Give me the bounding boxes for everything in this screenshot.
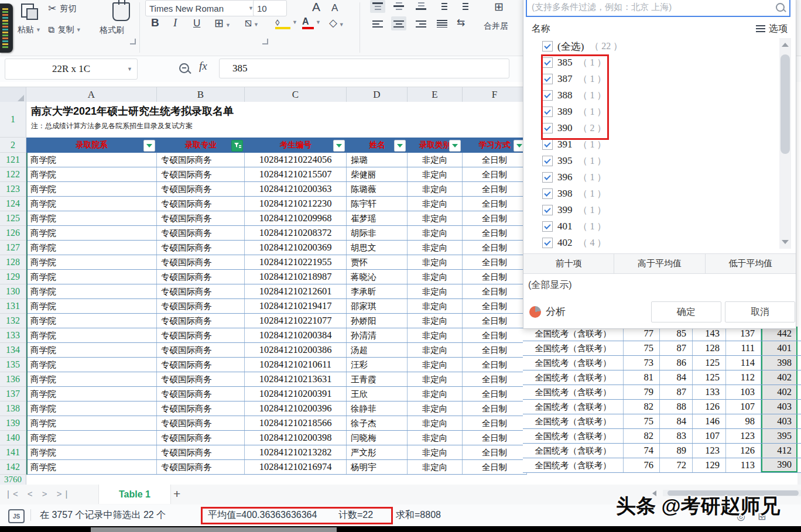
cell-score-4[interactable]: 111 [726, 341, 761, 355]
cell-mode[interactable]: 全日制 [463, 270, 527, 284]
cell-dept[interactable]: 商学院 [26, 343, 157, 357]
row-header-141[interactable]: 141 [0, 445, 26, 460]
row-header-1[interactable]: 1 [0, 102, 26, 138]
row-header-130[interactable]: 130 [0, 284, 26, 299]
cell-id[interactable]: 102841210200391 [245, 387, 347, 401]
cell-dept[interactable]: 商学院 [26, 372, 157, 386]
cell-id[interactable]: 102841210200386 [245, 343, 347, 357]
analyze-button[interactable]: 分析 [529, 305, 566, 318]
cell-mode[interactable]: 全日制 [463, 445, 527, 459]
eraser-button[interactable]: ◇▼ [329, 16, 344, 29]
name-box[interactable]: 22R x 1C▼ [5, 59, 138, 80]
align-top-button[interactable] [372, 2, 383, 10]
row-header-125[interactable]: 125 [0, 211, 26, 226]
increase-font-icon[interactable]: A [312, 0, 320, 14]
cell-score-4[interactable]: 114 [726, 356, 761, 370]
cell-score-1[interactable]: 81 [624, 370, 660, 385]
column-header-B[interactable]: B [157, 87, 245, 102]
cell-dept[interactable]: 商学院 [26, 358, 157, 372]
merge-center-button[interactable]: 合并居 [484, 21, 522, 32]
column-header-E[interactable]: E [408, 87, 463, 102]
cell-dept[interactable]: 商学院 [26, 255, 157, 269]
cell-id[interactable]: 102841210200369 [245, 241, 347, 255]
cell-score-1[interactable]: 79 [624, 385, 660, 399]
cell-mode[interactable]: 全日制 [463, 182, 527, 196]
cell-type[interactable]: 非定向 [408, 460, 463, 474]
cell-mode[interactable]: 全日制 [463, 197, 527, 211]
show-all-link[interactable]: (全部显示) [528, 279, 572, 291]
filter-dropdown-icon[interactable] [449, 140, 461, 152]
cell-dept[interactable]: 商学院 [26, 460, 157, 474]
cell-score-4[interactable]: 126 [726, 444, 761, 458]
cell-dept[interactable]: 商学院 [26, 299, 157, 313]
cell-mode[interactable]: 全日制 [463, 211, 527, 225]
cell-major[interactable]: 专硕国际商务 [157, 255, 245, 269]
cell-dept[interactable]: 商学院 [26, 431, 157, 445]
cell-score-1[interactable]: 82 [624, 429, 660, 443]
scroll-up-icon[interactable] [782, 43, 789, 47]
justify-button[interactable] [437, 20, 447, 28]
cell-id[interactable]: 102841210200363 [245, 182, 347, 196]
column-header-C[interactable]: C [245, 87, 347, 102]
row-header-131[interactable]: 131 [0, 299, 26, 314]
decrease-font-icon[interactable]: A [331, 2, 338, 14]
cell-mode[interactable]: 全日制 [463, 343, 527, 357]
bold-button[interactable]: B [151, 16, 159, 29]
row-header-139[interactable]: 139 [0, 416, 26, 431]
cell-name[interactable]: 杨明宇 [347, 460, 408, 474]
cell-major[interactable]: 专硕国际商务 [157, 460, 245, 474]
cell-mode[interactable]: 全日制 [463, 358, 527, 372]
cell-dept[interactable]: 商学院 [26, 182, 157, 196]
checkbox-checked-icon[interactable] [542, 205, 553, 215]
copy-button[interactable]: ⧉ 复制▼ [48, 25, 81, 35]
fill-color-button[interactable]: ⬨ ▼ [275, 16, 290, 29]
cell-id[interactable]: 102841210212230 [245, 197, 347, 211]
filter-list-scrollbar[interactable] [779, 38, 791, 249]
filter-item-select-all[interactable]: (全选)（ 22 ） [527, 38, 779, 54]
checkbox-checked-icon[interactable] [542, 188, 553, 199]
cell-mode[interactable]: 全日制 [463, 431, 527, 445]
cell-type[interactable]: 非定向 [408, 328, 463, 342]
cell-score-4[interactable]: 112 [726, 370, 761, 385]
cell-score-1[interactable]: 82 [624, 400, 660, 414]
cell-id[interactable]: 102841210200396 [245, 401, 347, 416]
cell-name[interactable]: 贾怀 [347, 255, 408, 269]
cell-dept[interactable]: 商学院 [26, 167, 157, 181]
cell-exam-type[interactable]: 全国统考（含联考） [523, 341, 624, 355]
cell-id[interactable]: 102841210212601 [245, 284, 347, 298]
row-header-136[interactable]: 136 [0, 372, 26, 387]
cell-major[interactable]: 专硕国际商务 [157, 372, 245, 386]
cell-score-1[interactable]: 73 [624, 356, 660, 370]
cell-id[interactable]: 102841210218566 [245, 416, 347, 430]
cell-total-score[interactable]: 395 [761, 429, 797, 443]
cell-mode[interactable]: 全日制 [463, 284, 527, 298]
cell-name[interactable]: 邵家琪 [347, 299, 408, 313]
filter-dropdown-icon[interactable] [143, 140, 155, 152]
cell-type[interactable]: 非定向 [408, 241, 463, 255]
font-name-select[interactable]: Times New Roman▼ [145, 0, 258, 16]
row-header-132[interactable]: 132 [0, 314, 26, 328]
cell-dept[interactable]: 商学院 [26, 241, 157, 255]
cell-name[interactable]: 徐静菲 [347, 401, 408, 416]
cell-total-score[interactable]: 402 [761, 385, 797, 399]
clipboard-dialog-launcher[interactable] [130, 39, 136, 44]
cell-major[interactable]: 专硕国际商务 [157, 328, 245, 342]
paste-button[interactable]: 粘贴▼ [18, 25, 41, 35]
cell-dept[interactable]: 商学院 [26, 328, 157, 342]
cell-type[interactable]: 非定向 [408, 314, 463, 328]
column-header-A[interactable]: A [26, 87, 157, 102]
cell-type[interactable]: 非定向 [408, 387, 463, 401]
row-header-122[interactable]: 122 [0, 167, 26, 182]
row-header-133[interactable]: 133 [0, 328, 26, 343]
cell-dept[interactable]: 商学院 [26, 197, 157, 211]
cell-mode[interactable]: 全日制 [463, 299, 527, 313]
cell-dept[interactable]: 商学院 [26, 387, 157, 401]
cell-mode[interactable]: 全日制 [463, 416, 527, 430]
cell-total-score[interactable]: 403 [761, 414, 797, 428]
cell-total-score[interactable]: 398 [761, 356, 797, 370]
font-dialog-launcher[interactable] [262, 39, 268, 44]
floating-palette-strip[interactable] [0, 4, 13, 53]
cell-exam-type[interactable]: 全国统考（含联考） [523, 370, 624, 385]
cell-major[interactable]: 专硕国际商务 [157, 416, 245, 430]
cell-type[interactable]: 非定向 [408, 153, 463, 167]
